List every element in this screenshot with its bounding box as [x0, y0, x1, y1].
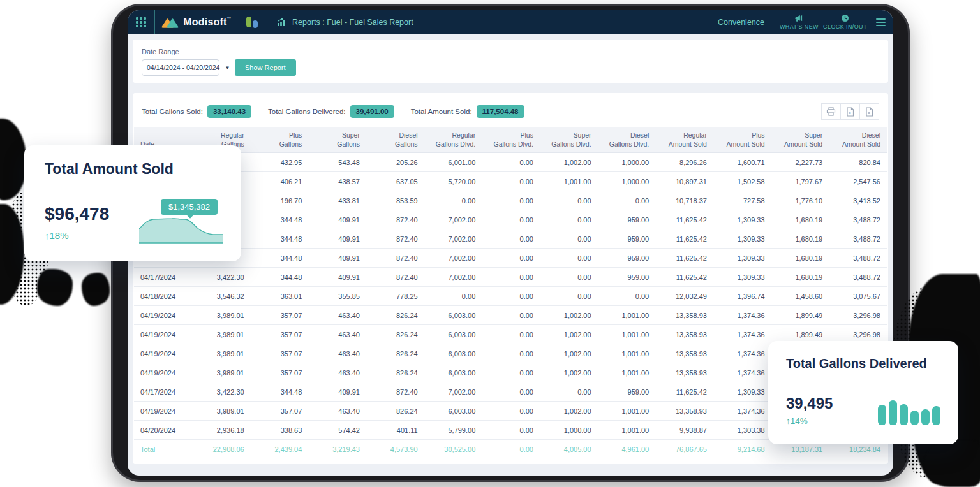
total-cell: 4,005.00 [540, 440, 598, 459]
table-cell: 3,488.72 [829, 210, 887, 229]
table-cell: 0.00 [482, 287, 540, 306]
table-cell: 357.07 [251, 402, 309, 421]
column-header: DieselGallons [366, 127, 424, 153]
pdf-file-icon: a [865, 107, 873, 117]
card-title: Total Gallons Delivered [786, 356, 927, 371]
table-row: 04/18/20243,546.32363.01355.85778.250.00… [134, 287, 887, 306]
card-change: ↑14% [786, 416, 808, 426]
table-cell: 1,374.36 [713, 402, 771, 421]
table-cell: 04/19/2024 [134, 402, 193, 421]
column-header: PlusAmount Sold [713, 127, 771, 153]
table-cell: 1,374.36 [713, 363, 771, 382]
table-cell: 6,003.00 [424, 306, 482, 325]
table-cell: 04/17/2024 [134, 268, 193, 287]
table-cell: 1,309.33 [713, 210, 771, 229]
table-cell: 3,075.67 [829, 287, 887, 306]
table-cell: 463.40 [308, 325, 366, 344]
table-cell: 826.24 [366, 306, 424, 325]
table-cell: 6,003.00 [424, 344, 482, 363]
trademark: ™ [227, 17, 232, 21]
table-cell: 409.91 [308, 382, 366, 402]
bar [900, 404, 908, 425]
table-cell: 7,002.00 [424, 249, 482, 268]
insights-app-icon [245, 15, 259, 30]
summary-items: Total Gallons Sold:33,140.43Total Gallon… [142, 105, 541, 118]
spatter-decoration [924, 440, 980, 487]
table-cell: 959.00 [598, 268, 656, 287]
table-cell: 0.00 [598, 287, 656, 306]
column-header: PlusGallons [251, 127, 309, 153]
apps-grid-button[interactable] [128, 10, 154, 34]
table-cell: 0.00 [482, 210, 540, 229]
total-cell: 22,908.06 [193, 440, 251, 459]
table-cell: 12,032.49 [655, 287, 713, 306]
brand-name: Modisoft™ [183, 17, 231, 28]
table-cell: 3,989.01 [193, 344, 251, 363]
column-header: DieselAmount Sold [829, 127, 887, 153]
table-cell: 04/18/2024 [134, 287, 193, 306]
menu-button[interactable] [868, 10, 893, 34]
export-pdf-button[interactable]: a [859, 103, 879, 120]
table-cell: 3,488.72 [829, 229, 887, 249]
date-range-label: Date Range [142, 48, 179, 55]
export-excel-button[interactable]: x [840, 103, 860, 120]
table-cell: 13,358.93 [655, 306, 713, 325]
column-header: RegularGallons Dlvd. [424, 127, 482, 153]
table-cell: 6,003.00 [424, 325, 482, 344]
table-cell: 3,989.01 [193, 363, 251, 382]
table-cell: 344.48 [251, 249, 309, 268]
table-cell: 205.26 [366, 153, 424, 172]
table-cell: 1,002.00 [540, 402, 598, 421]
card-value: 39,495 [786, 395, 833, 412]
table-cell: 7,002.00 [424, 382, 482, 402]
table-cell: 826.24 [366, 402, 424, 421]
total-gallons-delivered-card: Total Gallons Delivered 39,495 ↑14% [768, 341, 958, 444]
date-range-input[interactable]: 04/14/2024 - 04/20/2024 ▼ [142, 59, 219, 76]
column-header: DieselGallons Dlvd. [598, 127, 656, 153]
table-cell: 0.00 [424, 287, 482, 306]
table-cell: 355.85 [308, 287, 366, 306]
table-cell: 853.59 [366, 191, 424, 210]
whats-new-label: WHAT'S NEW [780, 24, 819, 30]
store-selector[interactable]: Convenience [706, 10, 776, 34]
table-cell: 1,001.00 [598, 421, 656, 440]
column-header: SuperGallons [308, 127, 366, 153]
summary-value-badge: 33,140.43 [207, 105, 251, 118]
svg-text:a: a [868, 111, 870, 115]
clock-icon [841, 14, 849, 22]
table-cell: 1,680.19 [771, 249, 829, 268]
excel-file-icon: x [846, 107, 854, 117]
table-cell: 0.00 [482, 306, 540, 325]
brand-logo[interactable]: Modisoft™ [155, 10, 237, 34]
date-range-value: 04/14/2024 - 04/20/2024 [147, 64, 219, 71]
table-cell: 872.40 [366, 268, 424, 287]
table-cell: 1,001.00 [598, 344, 656, 363]
table-cell: 0.00 [482, 325, 540, 344]
table-cell: 11,625.42 [655, 268, 713, 287]
clock-in-out-button[interactable]: CLOCK IN/OUT [822, 10, 868, 34]
app-switcher-button[interactable] [237, 10, 267, 34]
table-cell: 1,000.00 [598, 153, 656, 172]
table-cell: 13,358.93 [655, 325, 713, 344]
table-cell: 1,396.74 [713, 287, 771, 306]
bar [910, 411, 919, 425]
table-cell: 0.00 [482, 402, 540, 421]
summary-label: Total Amount Sold: [411, 108, 472, 115]
table-cell: 0.00 [540, 191, 598, 210]
whats-new-button[interactable]: WHAT'S NEW [776, 10, 822, 34]
summary-item: Total Amount Sold:117,504.48 [411, 105, 524, 118]
table-cell: 872.40 [366, 382, 424, 402]
table-cell: 401.11 [366, 421, 424, 440]
print-button[interactable] [821, 103, 841, 120]
modisoft-logo-icon [160, 16, 179, 29]
table-cell: 1,680.19 [771, 268, 829, 287]
table-cell: 959.00 [598, 382, 656, 402]
export-toolbar: x a [822, 103, 879, 120]
breadcrumb: Reports : Fuel - Fuel Sales Report [267, 10, 413, 34]
show-report-button[interactable]: Show Report [235, 59, 296, 76]
table-cell: 2,936.18 [193, 421, 251, 440]
table-cell: 409.91 [308, 229, 366, 249]
sparkline-tooltip: $1,345,382 [161, 199, 218, 215]
sparkline-chart [139, 212, 225, 245]
table-cell: 7,002.00 [424, 210, 482, 229]
